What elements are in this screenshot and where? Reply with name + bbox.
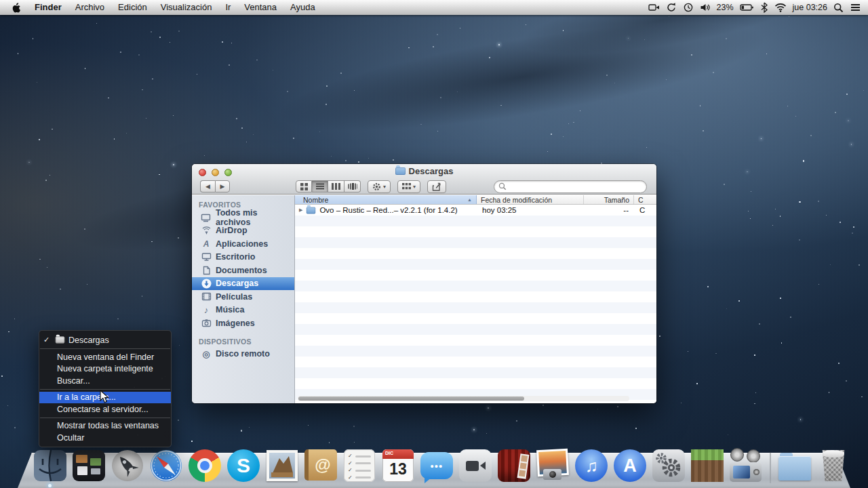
sidebar-item-descargas[interactable]: Descargas [192,277,294,291]
spotlight-icon[interactable] [833,3,844,13]
menu-item-ocultar[interactable]: Ocultar [39,432,171,444]
battery-icon[interactable] [740,3,754,12]
folder-icon [307,207,316,214]
window-chrome[interactable]: Descargas ◀ ▶ [192,164,656,195]
coverflow-view-button[interactable] [344,180,361,192]
notification-center-icon[interactable] [850,3,861,12]
dock-icon-calendar[interactable]: DIC 13 [380,448,416,483]
clock[interactable]: jue 03:26 [793,3,827,12]
dock-icon-finder[interactable] [33,448,68,483]
menu-finder[interactable]: Finder [28,0,68,15]
dock-icon-facetime[interactable] [458,448,493,483]
remote-disc-icon: ◎ [201,349,212,359]
file-row[interactable]: ▶ Ovo – Rustic – Red...– v2.2.1 (for 1.4… [295,205,656,216]
folder-icon [56,337,65,344]
menu-item-mostrar-todas[interactable]: Mostrar todas las ventanas [39,420,171,432]
menu-item-nueva-ventana[interactable]: Nueva ventana del Finder [39,351,171,363]
dock-icon-contacts[interactable]: @ [303,448,338,483]
column-clase[interactable]: C [634,195,656,204]
dock-icon-downloads-folder[interactable] [777,448,812,483]
column-nombre[interactable]: Nombre ▲ [295,195,477,204]
dock-icon-mission-control[interactable] [71,448,106,483]
file-name: Ovo – Rustic – Red...– v2.2.1 (for 1.4.2… [319,206,457,214]
menu-item-nueva-carpeta-inteligente[interactable]: Nueva carpeta inteligente [39,363,171,375]
dock: S @ ✓ ✓ ✓ ✓ DIC 13 ••• [0,445,868,488]
sidebar-item-documentos[interactable]: Documentos [192,264,294,277]
applications-icon: A [201,239,212,249]
dock-icon-launchpad[interactable] [110,448,145,483]
arrange-menu-button[interactable]: ▾ [397,180,420,193]
sidebar-item-escritorio[interactable]: Escritorio [192,251,294,264]
disclosure-triangle-icon[interactable]: ▶ [299,207,302,213]
sidebar-item-peliculas[interactable]: Películas [192,290,294,304]
column-tamano[interactable]: Tamaño [584,195,634,204]
wifi-icon[interactable] [774,3,787,12]
menu-archivo[interactable]: Archivo [68,0,111,15]
all-files-icon [201,213,212,222]
dock-icon-minecraft[interactable] [690,448,725,483]
list-view-button[interactable] [312,180,328,192]
apple-menu[interactable] [7,3,28,13]
coverflow-view-icon [348,183,357,190]
icon-view-button[interactable] [296,180,312,192]
share-button[interactable] [427,180,446,193]
menu-edicion[interactable]: Edición [111,0,154,15]
photos-icon [201,319,212,327]
back-button[interactable]: ◀ [200,180,215,192]
screen-share-icon[interactable] [648,2,660,13]
list-view-icon [316,183,324,190]
dock-icon-skype[interactable]: S [226,448,261,483]
sidebar-item-musica[interactable]: ♪ Música [192,304,294,317]
menu-ventana[interactable]: Ventana [237,0,283,15]
menu-ayuda[interactable]: Ayuda [283,0,322,15]
volume-icon[interactable] [700,2,711,13]
arrange-icon [402,183,411,190]
horizontal-scrollbar-track[interactable] [298,396,629,401]
grid-view-icon [300,183,308,190]
dock-separator [770,452,771,483]
movies-icon [201,292,212,301]
menu-ir[interactable]: Ir [218,0,237,15]
sidebar-item-imagenes[interactable]: Imágenes [192,317,294,330]
battery-percent[interactable]: 23% [717,3,734,12]
share-icon [432,182,441,191]
action-menu-button[interactable]: ▾ [368,180,391,193]
dock-icon-messages[interactable]: ••• [419,448,454,483]
menu-item-buscar[interactable]: Buscar... [39,375,171,387]
time-machine-icon[interactable] [683,2,694,13]
sidebar-item-todos-mis-archivos[interactable]: Todos mis archivos [192,211,294,224]
dock-icon-app-store[interactable]: A [612,448,648,483]
dock-icon-system-preferences[interactable] [651,448,686,483]
search-field[interactable] [494,180,647,193]
dock-icon-chrome[interactable] [187,448,222,483]
dock-icon-iphoto[interactable] [535,448,570,483]
dock-icon-photo-booth[interactable] [496,448,532,483]
mouse-cursor [100,390,110,407]
bluetooth-icon[interactable] [760,2,768,13]
menu-bar: Finder Archivo Edición Visualización Ir … [0,0,868,15]
sidebar-item-aplicaciones[interactable]: A Aplicaciones [192,237,294,251]
file-size: -- [584,206,634,214]
downloads-icon [201,279,212,289]
dock-icon-itunes[interactable]: ♫ [574,448,609,483]
search-icon [498,182,507,190]
menu-item-descargas-window[interactable]: ✓ Descargas [39,333,171,346]
file-kind: C [634,206,656,214]
horizontal-scrollbar-thumb[interactable] [298,396,524,401]
dock-icon-reminders[interactable]: ✓ ✓ ✓ ✓ [342,448,377,483]
music-note-icon: ♫ [575,449,608,482]
sidebar-item-disco-remoto[interactable]: ◎ Disco remoto [192,348,294,361]
dock-icon-safari[interactable] [149,448,184,483]
dock-icon-mail[interactable] [264,448,300,483]
dock-icon-trash[interactable] [816,448,851,483]
sidebar: FAVORITOS Todos mis archivos AirDrop A A… [192,195,295,403]
dock-icon-quicktime[interactable] [728,448,764,483]
toolbar: ◀ ▶ ▾ [192,178,656,195]
sync-icon[interactable] [666,2,677,13]
check-icon: ✓ [43,336,52,344]
finder-running-indicator [48,484,52,487]
column-view-button[interactable] [328,180,344,192]
menu-visualizacion[interactable]: Visualización [154,0,219,15]
column-fecha[interactable]: Fecha de modificación [477,195,584,204]
forward-button[interactable]: ▶ [215,180,230,192]
